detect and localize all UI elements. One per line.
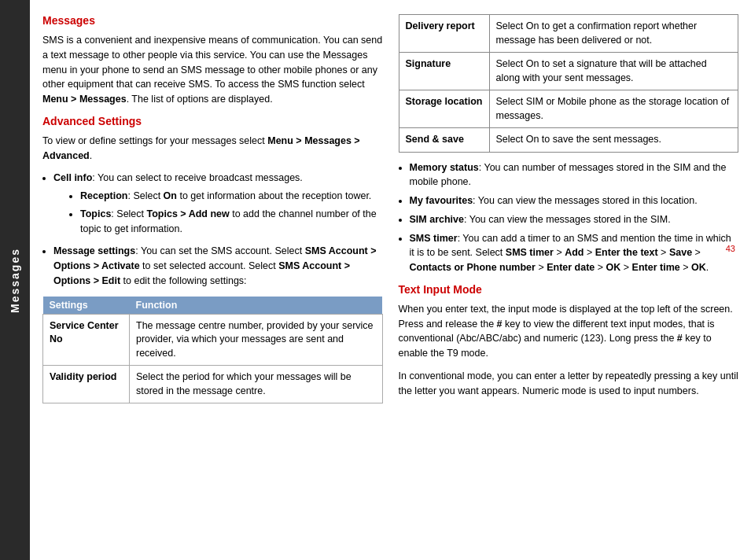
advanced-settings-title: Advanced Settings (42, 115, 383, 127)
right-bullets: Memory status: You can number of message… (410, 160, 739, 275)
function-validity: Select the period for which your message… (130, 366, 383, 403)
bullet-cell-info: Cell info: You can select to receive bro… (53, 171, 383, 236)
table-row: Delivery report Select On to get a confi… (399, 15, 738, 53)
table-header-function: Function (130, 297, 383, 315)
messages-title: Messages (42, 14, 383, 27)
table-row: Send & save Select On to save the sent m… (399, 128, 738, 153)
page-number: 43 (726, 244, 735, 253)
function-send-save: Select On to save the sent messages. (489, 128, 738, 153)
right-settings-table: Delivery report Select On to get a confi… (399, 14, 739, 153)
function-delivery-report: Select On to get a confirmation report w… (489, 15, 738, 53)
text-input-para2: In conventional mode, you can enter a le… (399, 369, 739, 399)
bullet-my-favourites: My favourites: You can view the messages… (410, 193, 739, 208)
messages-intro: SMS is a convenient and inexpensive mean… (42, 33, 383, 107)
setting-service-center: Service Center No (43, 314, 130, 366)
table-row: Validity period Select the period for wh… (43, 366, 383, 403)
bullet-sim-archive: SIM archive: You can view the messages s… (410, 212, 739, 227)
function-service-center: The message centre number, provided by y… (130, 314, 383, 366)
main-content: Messages SMS is a convenient and inexpen… (30, 0, 751, 560)
advanced-settings-intro: To view or define settings for your mess… (42, 134, 383, 164)
sidebar: Messages (0, 0, 30, 560)
function-storage-location: Select SIM or Mobile phone as the storag… (489, 90, 738, 128)
table-row: Storage location Select SIM or Mobile ph… (399, 90, 738, 128)
advanced-bullets: Cell info: You can select to receive bro… (53, 171, 383, 288)
table-row: Service Center No The message centre num… (43, 314, 383, 366)
setting-signature: Signature (399, 53, 489, 90)
table-row: Signature Select On to set a signature t… (399, 53, 738, 90)
right-column: Delivery report Select On to get a confi… (399, 14, 739, 551)
bullet-topics: Topics: Select Topics > Add new to add t… (80, 207, 383, 237)
setting-delivery-report: Delivery report (399, 15, 489, 53)
text-input-mode-title: Text Input Mode (399, 283, 739, 296)
table-header-settings: Settings (43, 297, 130, 315)
bullet-message-settings: Message settings: You can set the SMS ac… (53, 244, 383, 288)
sidebar-label: Messages (9, 248, 21, 313)
setting-storage-location: Storage location (399, 90, 489, 128)
bullet-reception: Reception: Select On to get information … (80, 189, 383, 204)
bullet-memory-status: Memory status: You can number of message… (410, 160, 739, 190)
function-signature: Select On to set a signature that will b… (489, 53, 738, 90)
setting-validity: Validity period (43, 366, 130, 403)
text-input-para1: When you enter text, the input mode is d… (399, 302, 739, 361)
left-column: Messages SMS is a convenient and inexpen… (42, 14, 383, 551)
settings-table: Settings Function Service Center No The … (42, 297, 383, 404)
setting-send-save: Send & save (399, 128, 489, 153)
bullet-sms-timer: SMS timer: You can add a timer to an SMS… (410, 231, 739, 275)
